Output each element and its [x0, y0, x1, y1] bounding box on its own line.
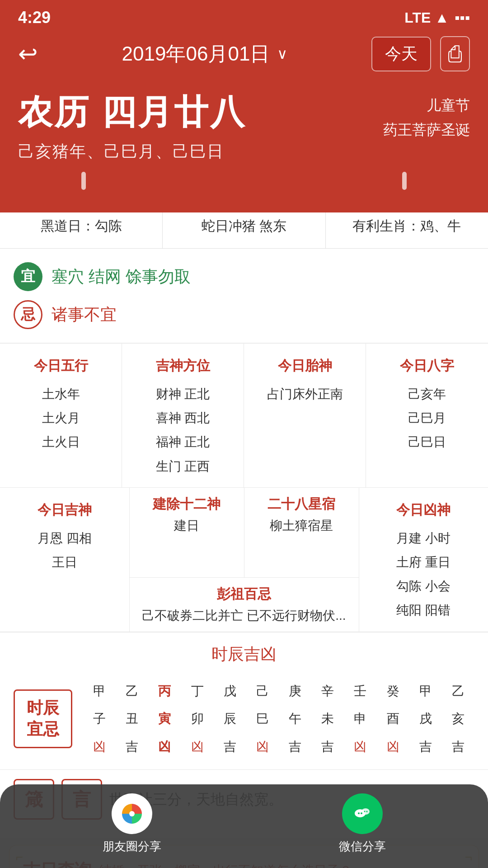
- cell-jijin-l1: 月恩 四相: [7, 526, 122, 550]
- shichen-stamp: 时辰 宜忌: [14, 689, 72, 748]
- cell-xingxiu: 二十八星宿 柳土獐宿星: [244, 488, 359, 577]
- share-pengyouquan[interactable]: 朋友圈分享: [103, 793, 161, 854]
- cell-xiongshen-l2: 土府 重日: [366, 550, 481, 574]
- wechat-icon: [342, 793, 383, 834]
- yi-badge: 宜: [14, 262, 42, 291]
- cell-xiongshen-l4: 纯阳 阳错: [366, 598, 481, 622]
- shichen-row-branches: 子 丑 寅 卯 辰 巳 午 未 申 酉 戌 亥: [83, 705, 474, 733]
- yi-row: 宜 塞穴 结网 馀事勿取: [14, 258, 474, 296]
- cell-jianchu-line: 建日: [137, 517, 237, 534]
- event-1: 儿童节: [383, 93, 470, 118]
- status-right: LTE ▲ ▪▪▪: [404, 9, 470, 26]
- cell-bazi-title: 今日八字: [373, 353, 481, 378]
- event-2: 药王菩萨圣诞: [383, 118, 470, 142]
- svg-point-7: [364, 811, 365, 812]
- cell-pengzu-line: 己不破券二比并亡 已不远行财物伏...: [137, 607, 352, 624]
- cell-xiongshen-l1: 月建 小时: [366, 526, 481, 550]
- header: ↩ 2019年06月01日 ∨ 今天 ⎙: [0, 32, 488, 80]
- cell-jishen-l1: 财神 正北: [129, 382, 236, 406]
- cell-xiongshen-title: 今日凶神: [366, 497, 481, 523]
- status-time: 4:29: [18, 8, 51, 27]
- dropdown-icon: ∨: [277, 45, 287, 62]
- cell-bazi-l3: 己巳日: [373, 430, 481, 454]
- cell-jianchu-xingxiu: 建除十二神 建日 二十八星宿 柳土獐宿星: [130, 488, 359, 578]
- yi-text: 塞穴 结网 馀事勿取: [52, 266, 191, 288]
- info-grid-row1: 今日五行 土水年 土火月 土火日 吉神方位 财神 正北 喜神 西北 福神 正北 …: [0, 343, 488, 488]
- shichen-title: 时辰吉凶: [0, 632, 488, 673]
- cell-bazi-l2: 己巳月: [373, 406, 481, 430]
- lunar-date: 农历 四月廿八: [18, 90, 246, 136]
- cell-bazi-l1: 己亥年: [373, 382, 481, 406]
- svg-point-5: [358, 812, 360, 814]
- cell-jishen-title: 吉神方位: [129, 353, 236, 378]
- cell-taishen-l1: 占门床外正南: [251, 382, 358, 406]
- ji-badge: 忌: [14, 300, 42, 329]
- date-selector[interactable]: 2019年06月01日 ∨: [122, 41, 288, 67]
- cell-wuxing-l3: 土火日: [7, 430, 114, 454]
- cell-taishen: 今日胎神 占门床外正南: [244, 344, 366, 488]
- today-button[interactable]: 今天: [371, 37, 431, 71]
- cell-jishen-l2: 喜神 西北: [129, 406, 236, 430]
- svg-point-1: [129, 811, 135, 816]
- shichen-content: 时辰 宜忌 甲 乙 丙 丁 戊 己 庚 辛 壬 癸 甲 乙 子 丑: [0, 673, 488, 770]
- svg-point-6: [361, 812, 362, 814]
- share-wechat[interactable]: 微信分享: [339, 793, 386, 854]
- cell-jishen-l4: 生门 正西: [129, 454, 236, 478]
- cell-jianchu-title: 建除十二神: [137, 495, 237, 514]
- cell-wuxing-l2: 土火月: [7, 406, 114, 430]
- shichen-row-luck: 凶 吉 凶 凶 吉 凶 吉 吉 凶 凶 吉 吉: [83, 733, 474, 761]
- hero-section: 农历 四月廿八 己亥猪年、己巳月、己巳日 儿童节 药王菩萨圣诞: [0, 80, 488, 212]
- cell-jishen: 吉神方位 财神 正北 喜神 西北 福神 正北 生门 正西: [122, 344, 244, 488]
- header-date: 2019年06月01日: [122, 41, 270, 67]
- slider-dot-right: [402, 172, 407, 190]
- shichen-grid: 甲 乙 丙 丁 戊 己 庚 辛 壬 癸 甲 乙 子 丑 寅 卯 辰 巳: [83, 677, 474, 761]
- battery-icon: ▪▪▪: [455, 9, 470, 26]
- yi-ji-section: 宜 塞穴 结网 馀事勿取 忌 诸事不宜: [0, 249, 488, 343]
- info-grid-row2: 今日吉神 月恩 四相 王日 建除十二神 建日 二十八星宿 柳土獐宿星 彭祖百忌 …: [0, 488, 488, 632]
- share-bar: 朋友圈分享 微信分享: [0, 784, 488, 868]
- cell-wuxing-l1: 土水年: [7, 382, 114, 406]
- main-card: 黑道日：勾陈 蛇日冲猪 煞东 有利生肖：鸡、牛 宜 塞穴 结网 馀事勿取 忌 诸…: [0, 204, 488, 838]
- signal-icon: LTE ▲: [404, 9, 449, 26]
- cell-xingxiu-line: 柳土獐宿星: [252, 517, 352, 534]
- cell-taishen-title: 今日胎神: [251, 353, 358, 378]
- hero-events: 儿童节 药王菩萨圣诞: [383, 90, 470, 142]
- cell-xingxiu-title: 二十八星宿: [252, 495, 352, 514]
- wechat-label: 微信分享: [339, 839, 386, 854]
- cell-jijin: 今日吉神 月恩 四相 王日: [0, 488, 130, 632]
- cell-pengzu: 彭祖百忌 己不破券二比并亡 已不远行财物伏...: [130, 578, 359, 632]
- cell-jianchu: 建除十二神 建日: [130, 488, 244, 577]
- pengyouquan-icon: [112, 793, 152, 834]
- slider-dot-left: [81, 172, 86, 190]
- cell-wuxing-title: 今日五行: [7, 353, 114, 378]
- back-button[interactable]: ↩: [18, 40, 38, 67]
- status-bar: 4:29 LTE ▲ ▪▪▪: [0, 0, 488, 32]
- ji-text: 诸事不宜: [52, 304, 117, 326]
- svg-point-8: [366, 811, 367, 812]
- cell-pengzu-title: 彭祖百忌: [137, 585, 352, 604]
- cell-xiongshen: 今日凶神 月建 小时 土府 重日 勾陈 小会 纯阳 阳错: [359, 488, 488, 632]
- cell-middle: 建除十二神 建日 二十八星宿 柳土獐宿星 彭祖百忌 己不破券二比并亡 已不远行财…: [130, 488, 359, 632]
- cell-bazi: 今日八字 己亥年 己巳月 己巳日: [366, 344, 488, 488]
- shichen-row-stems: 甲 乙 丙 丁 戊 己 庚 辛 壬 癸 甲 乙: [83, 677, 474, 705]
- lunar-sub: 己亥猪年、己巳月、己巳日: [18, 141, 246, 163]
- stamp-line1: 时辰: [27, 698, 59, 719]
- cell-xiongshen-l3: 勾陈 小会: [366, 574, 481, 598]
- pengyouquan-label: 朋友圈分享: [103, 839, 161, 854]
- stamp-line2: 宜忌: [27, 719, 59, 740]
- cell-jijin-l2: 王日: [7, 550, 122, 574]
- share-button[interactable]: ⎙: [440, 36, 470, 71]
- ji-row: 忌 诸事不宜: [14, 296, 474, 334]
- svg-point-4: [361, 808, 370, 815]
- cell-jijin-title: 今日吉神: [7, 497, 122, 523]
- cell-wuxing: 今日五行 土水年 土火月 土火日: [0, 344, 122, 488]
- cell-jishen-l3: 福神 正北: [129, 430, 236, 454]
- slider-indicators: [18, 172, 470, 190]
